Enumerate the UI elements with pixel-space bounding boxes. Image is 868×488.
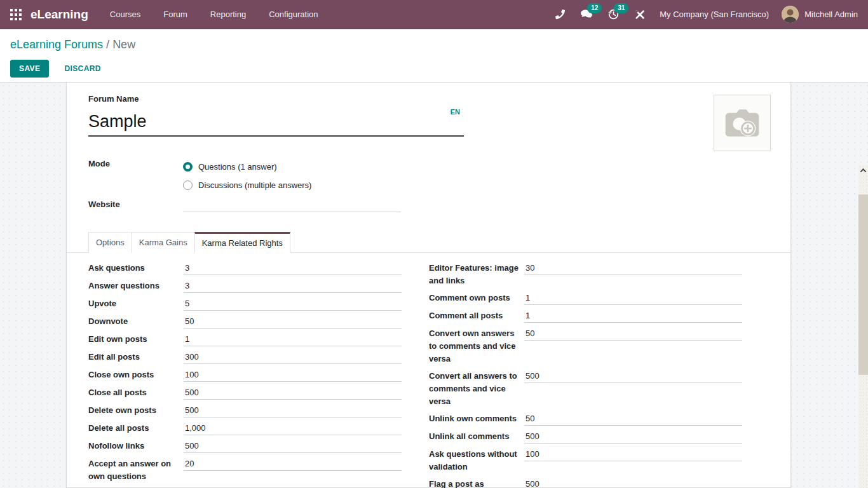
- scrollbar-thumb[interactable]: [858, 194, 868, 375]
- menu-reporting[interactable]: Reporting: [210, 0, 246, 29]
- breadcrumb: eLearning Forums / New: [10, 37, 858, 52]
- field-ask-questions-without-validation: Ask questions without validation 100: [429, 448, 742, 473]
- field-input[interactable]: 300: [184, 351, 402, 364]
- field-accept-answer-own-questions: Accept an answer on own questions 20: [88, 458, 402, 483]
- field-input[interactable]: 1: [524, 309, 742, 323]
- forum-name-group: Forum Name Sample EN: [88, 93, 464, 137]
- field-input[interactable]: 3: [184, 262, 402, 275]
- menu-configuration[interactable]: Configuration: [269, 0, 318, 29]
- field-edit-own-posts: Edit own posts 1: [88, 333, 402, 346]
- content-background: Forum Name Sample EN Mode: [0, 83, 868, 488]
- tab-karma-related-rights[interactable]: Karma Related Rights: [194, 232, 290, 253]
- field-unlink-own-comments: Unlink own comments 50: [429, 412, 742, 426]
- tools-icon[interactable]: [633, 8, 647, 22]
- field-flag-post-offensive: Flag a post as offensive 500: [429, 478, 742, 488]
- field-ask-questions: Ask questions 3: [88, 262, 402, 275]
- website-label: Website: [88, 198, 183, 212]
- scroll-up-icon[interactable]: [858, 166, 868, 175]
- field-input[interactable]: 1: [524, 292, 742, 305]
- user-name: Mitchell Admin: [804, 10, 858, 19]
- field-input[interactable]: 20: [184, 458, 402, 471]
- phone-icon[interactable]: [553, 8, 567, 22]
- tab-karma-gains[interactable]: Karma Gains: [132, 232, 195, 253]
- activities-clock-icon[interactable]: 31: [606, 8, 620, 22]
- karma-right-column: Editor Features: image and links 30 Comm…: [429, 262, 742, 488]
- camera-add-icon: [724, 108, 761, 139]
- save-button[interactable]: SAVE: [10, 60, 49, 78]
- field-comment-own-posts: Comment own posts 1: [429, 292, 742, 305]
- field-input[interactable]: 3: [184, 280, 402, 293]
- field-convert-own-answers: Convert own answers to comments and vice…: [429, 327, 742, 365]
- field-delete-own-posts: Delete own posts 500: [88, 404, 402, 417]
- field-input[interactable]: 500: [524, 370, 742, 383]
- breadcrumb-parent-link[interactable]: eLearning Forums: [10, 38, 103, 51]
- menu-courses[interactable]: Courses: [110, 0, 140, 29]
- field-input[interactable]: 30: [524, 262, 742, 275]
- user-menu[interactable]: Mitchell Admin: [782, 6, 858, 23]
- field-input[interactable]: 500: [524, 430, 742, 444]
- apps-menu-icon[interactable]: [10, 9, 22, 20]
- activities-count-badge: 31: [614, 3, 628, 13]
- control-panel: eLearning Forums / New SAVE DISCARD: [0, 29, 868, 83]
- breadcrumb-separator: /: [106, 38, 109, 51]
- field-input[interactable]: 50: [524, 412, 742, 426]
- field-editor-features: Editor Features: image and links 30: [429, 262, 742, 287]
- menu-forum[interactable]: Forum: [163, 0, 187, 29]
- forum-name-label: Forum Name: [88, 93, 464, 105]
- tab-options[interactable]: Options: [88, 232, 132, 253]
- field-input[interactable]: 100: [184, 369, 402, 382]
- karma-related-rights-panel: Ask questions 3 Answer questions 3 Upvot…: [88, 262, 742, 488]
- mode-option-discussions[interactable]: Discussions (multiple answers): [183, 176, 311, 194]
- field-comment-all-posts: Comment all posts 1: [429, 309, 742, 323]
- field-delete-all-posts: Delete all posts 1,000: [88, 422, 402, 435]
- breadcrumb-current: New: [112, 38, 135, 51]
- field-edit-all-posts: Edit all posts 300: [88, 351, 402, 364]
- field-input[interactable]: 500: [184, 440, 402, 453]
- field-close-all-posts: Close all posts 500: [88, 386, 402, 400]
- top-navbar: eLearning Courses Forum Reporting Config…: [0, 0, 868, 29]
- karma-left-column: Ask questions 3 Answer questions 3 Upvot…: [88, 262, 402, 488]
- forum-image-upload[interactable]: [714, 95, 771, 151]
- field-unlink-all-comments: Unlink all comments 500: [429, 430, 742, 444]
- field-downvote: Downvote 50: [88, 315, 402, 329]
- vertical-scrollbar[interactable]: [858, 165, 868, 488]
- field-input[interactable]: 500: [184, 386, 402, 400]
- field-input[interactable]: 500: [184, 404, 402, 417]
- field-close-own-posts: Close own posts 100: [88, 369, 402, 382]
- field-input[interactable]: 5: [184, 297, 402, 311]
- main-menus: Courses Forum Reporting Configuration: [110, 0, 318, 29]
- field-input[interactable]: 50: [524, 327, 742, 341]
- forum-name-input[interactable]: Sample: [88, 111, 464, 137]
- field-input[interactable]: 1,000: [184, 422, 402, 435]
- company-switcher[interactable]: My Company (San Francisco): [660, 10, 769, 19]
- odoo-elearning-forum-form: eLearning Courses Forum Reporting Config…: [0, 0, 868, 488]
- field-convert-all-answers: Convert all answers to comments and vice…: [429, 370, 742, 408]
- field-upvote: Upvote 5: [88, 297, 402, 311]
- notebook-tabs: Options Karma Gains Karma Related Rights: [67, 231, 790, 253]
- messages-icon[interactable]: 12: [580, 8, 593, 22]
- form-sheet: Forum Name Sample EN Mode: [66, 83, 791, 488]
- field-nofollow-links: Nofollow links 500: [88, 440, 402, 453]
- field-answer-questions: Answer questions 3: [88, 280, 402, 293]
- website-select[interactable]: [183, 198, 401, 212]
- discard-button[interactable]: DISCARD: [59, 60, 105, 77]
- app-name[interactable]: eLearning: [31, 8, 88, 22]
- messages-count-badge: 12: [587, 3, 602, 13]
- mode-label: Mode: [88, 158, 183, 194]
- radio-selected-icon: [183, 162, 193, 172]
- field-input[interactable]: 500: [524, 478, 742, 488]
- radio-unselected-icon: [183, 180, 193, 190]
- website-group: Website: [88, 198, 401, 212]
- field-input[interactable]: 50: [184, 315, 402, 329]
- user-avatar: [782, 6, 799, 23]
- field-input[interactable]: 1: [184, 333, 402, 346]
- mode-option-questions[interactable]: Questions (1 answer): [183, 158, 311, 176]
- mode-group: Mode Questions (1 answer) Discussions (m…: [88, 158, 311, 194]
- field-input[interactable]: 100: [524, 448, 742, 461]
- language-badge[interactable]: EN: [451, 108, 460, 116]
